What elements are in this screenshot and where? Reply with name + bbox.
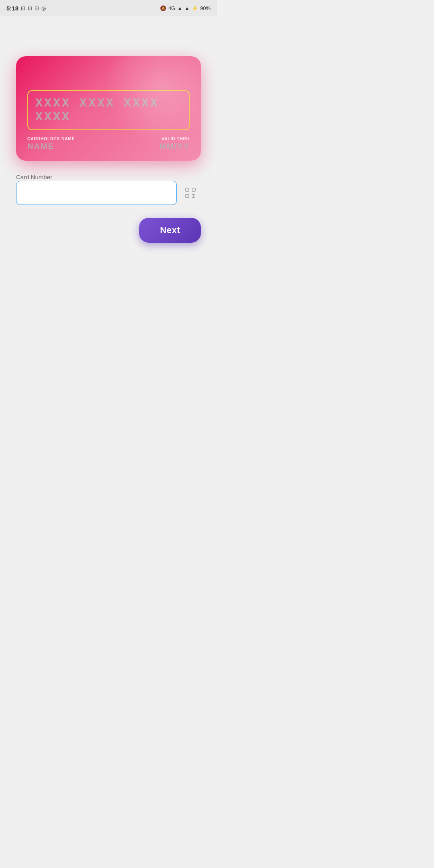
- status-bar: 5:18 ⊡ ⊡ ⊡ ◎ 🔕 4G ▲ ▲ ⚡ 90%: [0, 0, 217, 16]
- next-button-wrapper: Next: [16, 218, 201, 243]
- credit-card: XXXX XXXX XXXX XXXX CARDHOLDER NAME NAME…: [16, 56, 201, 161]
- battery-icon: ⚡: [192, 5, 198, 11]
- next-button[interactable]: Next: [139, 218, 201, 243]
- main-content: XXXX XXXX XXXX XXXX CARDHOLDER NAME NAME…: [0, 16, 217, 259]
- scan-icon: [185, 187, 196, 199]
- instagram-icon-3: ⊡: [35, 5, 39, 11]
- instagram-icon-2: ⊡: [28, 5, 32, 11]
- card-info-right: VALID THRU MM/YY: [159, 137, 190, 151]
- valid-thru-label: VALID THRU: [162, 137, 190, 141]
- form-section: Card Number: [16, 174, 201, 205]
- svg-rect-0: [186, 188, 189, 191]
- status-right: 🔕 4G ▲ ▲ ⚡ 90%: [160, 5, 211, 11]
- expiry-placeholder: MM/YY: [159, 142, 190, 151]
- network-icon: ▲: [184, 5, 190, 11]
- status-left: 5:18 ⊡ ⊡ ⊡ ◎: [6, 5, 46, 12]
- scan-card-button[interactable]: [180, 182, 201, 203]
- svg-rect-2: [186, 194, 189, 198]
- status-time: 5:18: [6, 5, 18, 12]
- cardholder-name-placeholder: NAME: [27, 142, 75, 151]
- card-number-label: Card Number: [16, 174, 52, 180]
- card-info-left: CARDHOLDER NAME NAME: [27, 137, 75, 151]
- signal-icon: 4G: [168, 5, 175, 11]
- card-number-display: XXXX XXXX XXXX XXXX: [27, 90, 190, 130]
- battery-percentage: 90%: [200, 5, 211, 11]
- plex-icon: ◎: [41, 5, 46, 11]
- card-number-placeholder: XXXX XXXX XXXX XXXX: [35, 96, 159, 124]
- instagram-icon-1: ⊡: [21, 5, 25, 11]
- wifi-icon: ▲: [177, 5, 182, 11]
- cardholder-label: CARDHOLDER NAME: [27, 137, 75, 141]
- card-number-input-wrapper: [16, 181, 201, 205]
- mute-icon: 🔕: [160, 5, 166, 11]
- card-info-row: CARDHOLDER NAME NAME VALID THRU MM/YY: [27, 137, 190, 151]
- card-number-input[interactable]: [16, 181, 177, 205]
- svg-rect-1: [192, 188, 195, 191]
